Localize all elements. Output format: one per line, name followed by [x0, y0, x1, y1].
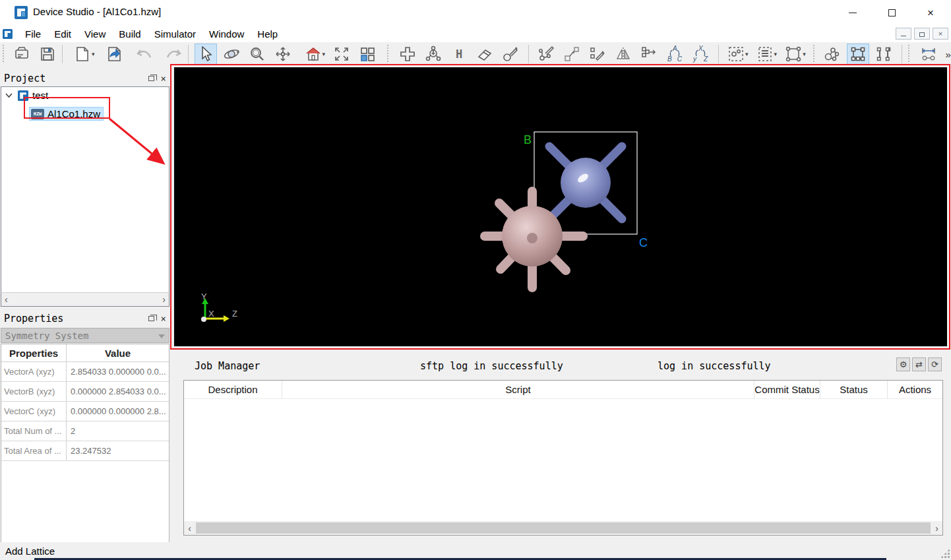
structure-canvas[interactable]: B C Y X — [174, 67, 947, 346]
zoom-button[interactable] — [246, 44, 268, 65]
measure-icon — [919, 46, 938, 63]
status-bar: Add Lattice — [0, 542, 951, 560]
pan-button[interactable] — [272, 44, 294, 65]
atom-sphere-blue[interactable] — [561, 158, 611, 208]
project-scrollbar[interactable]: ‹ › — [1, 292, 169, 307]
save-icon — [40, 46, 55, 62]
erase-button[interactable] — [474, 44, 496, 65]
minimize-button[interactable] — [838, 0, 868, 25]
table-row: VectorC (xyz) 0.000000 0.000000 2.8... — [1, 402, 169, 421]
region-mode-button[interactable] — [782, 44, 805, 65]
job-refresh-button[interactable]: ⟳ — [928, 358, 942, 371]
mdi-close-button[interactable]: × — [933, 28, 948, 40]
scroll-right-icon[interactable]: › — [162, 294, 166, 305]
menu-edit[interactable]: Edit — [47, 26, 78, 42]
home-view-button[interactable] — [302, 44, 324, 65]
job-table: Description Script Commit Status Status … — [183, 380, 943, 536]
job-transfer-button[interactable]: ⇄ — [912, 358, 926, 371]
swap-axes-xyz-button[interactable]: X y Z — [689, 44, 712, 65]
tree-expand-icon[interactable] — [5, 93, 13, 98]
float-panel-icon[interactable] — [148, 76, 154, 81]
rotate-view-button[interactable] — [220, 44, 243, 65]
slab-button[interactable] — [873, 44, 895, 65]
hydrogen-icon: H — [456, 47, 462, 61]
axis-x-label: X — [208, 309, 214, 319]
title-bar: Device Studio - [Al1Co1.hzw] × — [0, 0, 951, 25]
menu-file[interactable]: File — [18, 26, 47, 42]
selection-mode-button[interactable] — [725, 44, 747, 65]
axis-indicator: Y X Z — [201, 292, 237, 322]
login-status-message: log in successfully — [658, 360, 771, 372]
menu-window[interactable]: Window — [202, 26, 251, 42]
swap-abc-icon: A B C — [667, 46, 683, 62]
symmetry-system-select[interactable]: Symmetry System — [1, 328, 169, 343]
axis-z-arrow — [224, 315, 230, 322]
toolbar-handle[interactable] — [2, 45, 5, 63]
close-button[interactable]: × — [915, 0, 946, 25]
symmetry-system-value: Symmetry System — [5, 330, 88, 341]
copy-fragment-button[interactable] — [561, 44, 583, 65]
close-panel-icon[interactable]: × — [161, 74, 166, 83]
mdi-minimize-button[interactable] — [896, 28, 911, 40]
mdi-restore-button[interactable] — [914, 28, 930, 40]
structure-scene: B C Y X — [174, 67, 947, 346]
scroll-right-icon[interactable]: › — [931, 523, 942, 534]
rotate-icon — [223, 46, 240, 62]
menu-simulator[interactable]: Simulator — [148, 26, 202, 42]
cut-bond-button[interactable] — [535, 44, 557, 65]
scrollbar-thumb[interactable] — [196, 522, 931, 534]
mirror-icon — [615, 46, 631, 62]
supercell-button[interactable] — [847, 44, 869, 65]
menu-help[interactable]: Help — [251, 26, 284, 42]
undo-icon — [136, 47, 153, 61]
minimize-icon — [849, 13, 857, 13]
selection-mode-icon — [727, 46, 745, 63]
tile-windows-button[interactable] — [356, 44, 379, 65]
maximize-button[interactable] — [876, 0, 907, 25]
annotation-arrow — [66, 92, 178, 171]
job-table-scrollbar[interactable]: ‹ › — [184, 521, 942, 535]
undo-button[interactable] — [133, 44, 156, 65]
table-row: VectorB (xyz) 0.000000 2.854033 0.0... — [1, 382, 169, 402]
swap-axes-abc-button[interactable]: A B C — [663, 44, 686, 65]
add-fragment-button[interactable] — [422, 44, 445, 65]
add-hydrogen-button[interactable]: H — [448, 44, 470, 65]
region-mode-icon — [785, 46, 802, 63]
col-description: Description — [184, 381, 282, 398]
mirror-button[interactable] — [612, 44, 634, 65]
transfer-arrows-icon: ⇄ — [915, 359, 923, 369]
add-atom-icon — [399, 46, 416, 63]
redo-button[interactable] — [162, 44, 185, 65]
new-file-button[interactable] — [71, 44, 94, 65]
modify-fragment-button[interactable] — [586, 44, 609, 65]
select-button[interactable] — [195, 44, 217, 65]
job-settings-button[interactable]: ⚙ — [896, 358, 910, 371]
resize-grip[interactable] — [940, 549, 950, 558]
col-actions: Actions — [888, 381, 942, 398]
measure-button[interactable] — [917, 44, 940, 65]
edit-atom-button[interactable] — [499, 44, 522, 65]
toolbar-overflow-button[interactable]: » — [940, 44, 951, 65]
main-toolbar: ▾ ▾ H — [0, 42, 951, 66]
close-panel-icon[interactable]: × — [161, 314, 166, 323]
float-panel-icon[interactable] — [148, 316, 154, 321]
fit-view-button[interactable] — [330, 44, 353, 65]
job-manager-panel: Job Manager sftp log in successfully log… — [170, 350, 951, 542]
transform-fragment-button[interactable] — [638, 44, 660, 65]
add-atom-button[interactable] — [396, 44, 419, 65]
layer-mode-button[interactable] — [754, 44, 776, 65]
job-table-header: Description Script Commit Status Status … — [184, 381, 942, 399]
molecule-style-button[interactable] — [821, 44, 844, 65]
atom-center-dot — [527, 233, 537, 243]
scroll-left-icon[interactable]: ‹ — [5, 294, 8, 305]
axis-z-label: Z — [232, 309, 237, 319]
print-button[interactable] — [11, 44, 33, 65]
table-row: VectorA (xyz) 2.854033 0.000000 0.0... — [1, 362, 169, 382]
export-button[interactable] — [103, 44, 125, 65]
refresh-icon: ⟳ — [931, 359, 938, 369]
menu-view[interactable]: View — [78, 26, 112, 42]
menu-build[interactable]: Build — [112, 26, 147, 42]
scroll-left-icon[interactable]: ‹ — [184, 523, 195, 534]
supercell-icon — [849, 46, 867, 63]
save-button[interactable] — [36, 44, 59, 65]
